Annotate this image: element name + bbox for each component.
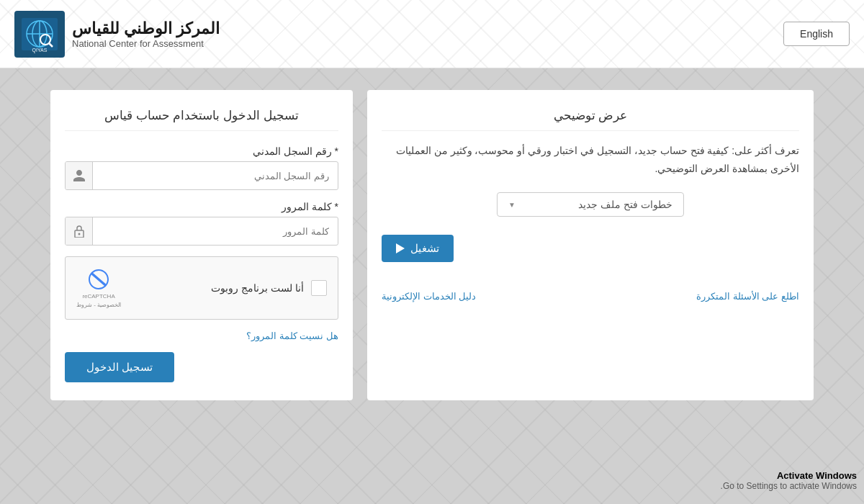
dropdown-selected-text: خطوات فتح ملف جديد <box>578 199 672 210</box>
play-btn-label: تشغيل <box>410 242 439 255</box>
logo-text: المركز الوطني للقياس National Center for… <box>72 19 220 49</box>
login-card: تسجيل الدخول باستخدام حساب قياس * رقم ال… <box>50 90 353 400</box>
english-button[interactable]: English <box>783 22 850 46</box>
demo-card-description: تعرف أكثر على: كيفية فتح حساب جديد، التس… <box>382 142 799 178</box>
password-input-group <box>65 217 338 246</box>
body-area: تسجيل الدخول باستخدام حساب قياس * رقم ال… <box>0 68 864 504</box>
demo-card-title: عرض توضيحي <box>382 108 799 131</box>
activate-windows-notice: Activate Windows Go to Settings to activ… <box>721 470 857 491</box>
captcha-box[interactable]: أنا لست برنامج روبوت reCAPTCHA الخصوصية … <box>65 256 338 320</box>
login-btn-row: تسجيل الدخول <box>65 352 338 382</box>
play-button[interactable]: تشغيل <box>382 235 454 262</box>
id-required-marker: * <box>335 145 338 157</box>
header: English المركز الوطني للقياس National Ce… <box>0 0 864 68</box>
password-label-text: كلمة المرور <box>282 201 332 212</box>
captcha-checkbox[interactable] <box>311 280 327 296</box>
chevron-down-icon: ▼ <box>508 201 516 209</box>
logo-main-text: المركز الوطني للقياس <box>72 19 220 38</box>
demo-card: عرض توضيحي تعرف أكثر على: كيفية فتح حساب… <box>367 90 814 400</box>
activate-windows-title: Activate Windows <box>721 470 857 481</box>
captcha-label: أنا لست برنامج روبوت <box>211 282 304 294</box>
logo-icon: QIYAS <box>14 11 65 58</box>
password-required-marker: * <box>335 201 338 212</box>
faq-link[interactable]: اطلع على الأسئلة المتكررة <box>696 291 799 302</box>
id-label-text: رقم السجل المدني <box>253 145 332 157</box>
cards-container: تسجيل الدخول باستخدام حساب قياس * رقم ال… <box>50 90 814 400</box>
login-card-title: تسجيل الدخول باستخدام حساب قياس <box>65 108 338 131</box>
demo-links-row: اطلع على الأسئلة المتكررة دليل الخدمات ا… <box>382 284 799 302</box>
recaptcha-branding: reCAPTCHA الخصوصية - شروط <box>76 268 121 308</box>
password-field-label: * كلمة المرور <box>65 201 338 212</box>
svg-text:QIYAS: QIYAS <box>32 48 48 53</box>
svg-point-10 <box>78 233 80 235</box>
activate-windows-sub: Go to Settings to activate Windows. <box>721 481 857 491</box>
id-icon <box>66 162 93 189</box>
password-input[interactable] <box>93 219 338 244</box>
recaptcha-sub-text: الخصوصية - شروط <box>76 302 121 308</box>
id-input-group <box>65 161 338 190</box>
logo-area: المركز الوطني للقياس National Center for… <box>14 11 220 58</box>
password-icon <box>66 217 93 245</box>
recaptcha-icon <box>87 268 110 291</box>
logo-sub-text: National Center for Assessment <box>72 38 220 49</box>
id-field-label: * رقم السجل المدني <box>65 145 338 157</box>
steps-dropdown-row: خطوات فتح ملف جديد ▼ <box>382 192 799 217</box>
captcha-left: أنا لست برنامج روبوت <box>211 280 327 296</box>
recaptcha-brand-text: reCAPTCHA <box>82 293 114 300</box>
national-id-input[interactable] <box>93 163 338 189</box>
play-btn-row: تشغيل <box>382 235 799 262</box>
steps-dropdown[interactable]: خطوات فتح ملف جديد ▼ <box>497 192 684 217</box>
play-icon <box>396 243 405 253</box>
guide-link[interactable]: دليل الخدمات الإلكترونية <box>382 291 476 302</box>
login-button[interactable]: تسجيل الدخول <box>65 352 174 382</box>
logo-svg: QIYAS <box>18 14 61 54</box>
forgot-password-link[interactable]: هل نسيت كلمة المرور؟ <box>65 330 338 341</box>
